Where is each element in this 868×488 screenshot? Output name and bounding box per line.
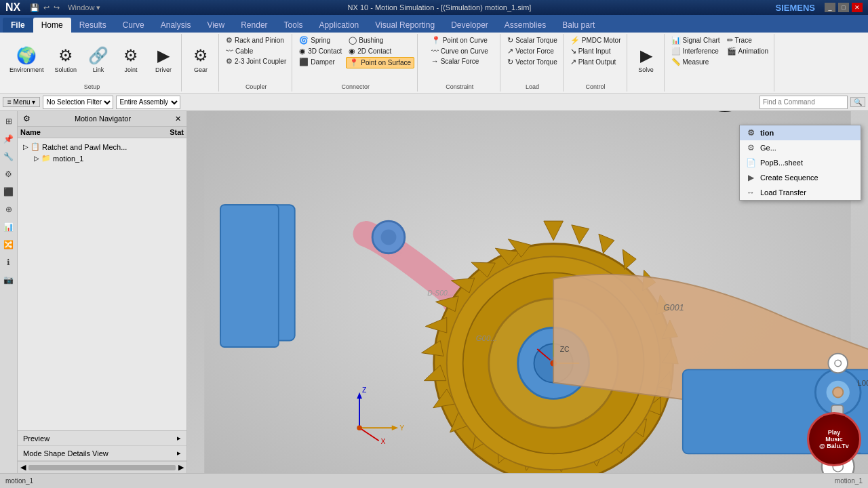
ctx-popb-label: PopB...sheet (760, 159, 803, 167)
tab-curve[interactable]: Curve (115, 18, 153, 33)
ribbon-btn-scalar-torque[interactable]: ↻ Scalar Torque (505, 35, 560, 45)
ribbon-btn-environment[interactable]: 🌍 Environment (5, 35, 48, 84)
find-command-input[interactable] (760, 96, 848, 109)
context-menu: ⚙ tion ⚙ Ge... 📄 PopB...sheet ▶ Create S… (739, 125, 861, 201)
strip-icon-3[interactable]: 🔧 (1, 149, 16, 164)
ribbon-btn-interference[interactable]: ⬜ Interference (669, 46, 723, 56)
toolbar-save-icon[interactable]: 💾 (30, 3, 39, 12)
ribbon-btn-curve-on-curve[interactable]: 〰 Curve on Curve (429, 46, 491, 56)
ctx-item-load-transfer[interactable]: ↔ Load Transfer (740, 185, 861, 200)
toolbar-redo-icon[interactable]: ↪ (54, 3, 60, 12)
strip-icon-5[interactable]: ⬛ (1, 184, 16, 199)
ctx-item-create-sequence[interactable]: ▶ Create Sequence (740, 170, 861, 185)
link-icon: 🔗 (88, 46, 108, 65)
tree-item-ratchet[interactable]: ▷ 📋 Ratchet and Pawl Mech... (20, 141, 184, 152)
ribbon-btn-pmdc[interactable]: ⚡ PMDC Motor (568, 35, 624, 45)
selection-filter-dropdown[interactable]: No Selection Filter (43, 96, 113, 109)
sidebar-tree: ▷ 📋 Ratchet and Pawl Mech... ▷ 📁 motion_… (18, 138, 186, 430)
maximize-button[interactable]: □ (838, 3, 849, 12)
ribbon-btn-gear[interactable]: ⚙ Gear (186, 35, 216, 84)
ribbon-btn-2-3-joint[interactable]: ⚙ 2-3 Joint Coupler (223, 56, 289, 66)
svg-text:Y: Y (399, 424, 404, 432)
ctx-item-popb[interactable]: 📄 PopB...sheet (740, 155, 861, 170)
tab-balu-part[interactable]: Balu part (554, 18, 603, 33)
ribbon-btn-solve[interactable]: ▶ Solve (631, 35, 661, 84)
minimize-button[interactable]: _ (825, 3, 835, 12)
tab-file[interactable]: File (3, 18, 33, 33)
sidebar-close-icon[interactable]: ✕ (175, 115, 181, 123)
sidebar-settings-icon[interactable]: ⚙ (23, 114, 31, 123)
sidebar: ⚙ Motion Navigator ✕ Name Stat ▷ 📋 Ratch… (18, 111, 187, 473)
menu-button[interactable]: ≡ Menu ▾ (3, 97, 40, 107)
tab-tools[interactable]: Tools (276, 18, 311, 33)
ribbon-btn-motion-animation[interactable]: 🎬 Animation (724, 46, 771, 56)
tree-header-name: Name (20, 128, 170, 136)
ribbon-btn-plant-output[interactable]: ↗ Plant Output (568, 57, 624, 67)
ribbon-btn-bushing[interactable]: ◯ Bushing (346, 35, 414, 45)
tree-item-motion1[interactable]: ▷ 📁 motion_1 (20, 152, 184, 164)
strip-icon-8[interactable]: 🔀 (1, 237, 16, 252)
tab-results[interactable]: Results (71, 18, 115, 33)
ribbon-btn-damper[interactable]: ⬛ Damper (296, 57, 344, 67)
ctx-item-tion[interactable]: ⚙ tion (740, 125, 861, 140)
ribbon-btn-point-on-surface[interactable]: 📍 Point on Surface (346, 57, 414, 68)
ribbon-group-gear: ⚙ Gear (183, 34, 219, 92)
spring-label: Spring (311, 37, 330, 44)
ribbon-group-coupler: ⚙ Rack and Pinion 〰 Cable ⚙ 2-3 Joint Co… (220, 34, 292, 92)
measure-icon: 📏 (671, 58, 681, 66)
strip-icon-2[interactable]: 📌 (1, 131, 16, 146)
ctx-popb-icon: 📄 (745, 158, 756, 167)
strip-icon-1[interactable]: ⊞ (1, 114, 16, 129)
constraint-col: 📍 Point on Curve 〰 Curve on Curve → Scal… (429, 35, 491, 75)
strip-icon-4[interactable]: ⚙ (1, 167, 16, 182)
ribbon-btn-cable[interactable]: 〰 Cable (223, 46, 289, 56)
tab-home[interactable]: Home (33, 18, 71, 33)
strip-icon-9[interactable]: ℹ (1, 255, 16, 270)
strip-icon-10[interactable]: 📷 (1, 272, 16, 287)
ctx-item-ge[interactable]: ⚙ Ge... (740, 140, 861, 155)
tab-view[interactable]: View (199, 18, 233, 33)
ribbon-btn-2d-contact[interactable]: ◉ 2D Contact (346, 46, 414, 56)
ribbon-btn-scalar-force[interactable]: → Scalar Force (429, 56, 491, 66)
ribbon-btn-3d-contact[interactable]: ◉ 3D Contact (296, 46, 344, 56)
close-button[interactable]: ✕ (852, 3, 863, 12)
scrollbar-thumb[interactable] (28, 465, 176, 470)
ribbon-btn-plant-input[interactable]: ↘ Plant Input (568, 46, 624, 56)
strip-icon-6[interactable]: ⊕ (1, 202, 16, 217)
ribbon-btn-spring[interactable]: 🌀 Spring (296, 35, 344, 45)
scroll-left-icon[interactable]: ◀ (20, 463, 26, 472)
svg-point-53 (828, 354, 848, 373)
toolbar-undo-icon[interactable]: ↩ (43, 3, 50, 12)
window-menu[interactable]: Window ▾ (68, 3, 100, 12)
watermark-channel: @ Balu.Tv (819, 443, 849, 449)
strip-icon-7[interactable]: 📊 (1, 220, 16, 235)
ribbon-btn-trace[interactable]: ✏ Trace (724, 35, 771, 45)
ribbon-btn-rack-pinion[interactable]: ⚙ Rack and Pinion (223, 35, 289, 45)
scroll-right-icon[interactable]: ▶ (178, 463, 184, 472)
ribbon-btn-joint[interactable]: ⚙ Joint (116, 35, 146, 84)
tab-application[interactable]: Application (311, 18, 368, 33)
ribbon-btn-signal-chart[interactable]: 📊 Signal Chart (669, 35, 723, 45)
ribbon-btn-measure[interactable]: 📏 Measure (669, 57, 723, 67)
trace-label: Trace (735, 37, 752, 44)
tab-assemblies[interactable]: Assemblies (496, 18, 554, 33)
viewport[interactable]: L005 L00... G001 G00... D-S00... ZC Z (187, 111, 868, 473)
ribbon-btn-solution[interactable]: ⚙ Solution (51, 35, 81, 84)
rack-pinion-label: Rack and Pinion (235, 37, 284, 44)
tab-visual-reporting[interactable]: Visual Reporting (367, 18, 443, 33)
tab-developer[interactable]: Developer (443, 18, 496, 33)
setup-group-label: Setup (3, 83, 181, 90)
ribbon-btn-driver[interactable]: ▶ Driver (149, 35, 178, 84)
search-button[interactable]: 🔍 (850, 97, 865, 107)
ribbon-btn-point-on-curve[interactable]: 📍 Point on Curve (429, 35, 491, 45)
tab-render[interactable]: Render (233, 18, 275, 33)
ribbon-btn-link[interactable]: 🔗 Link (83, 35, 113, 84)
tab-analysis[interactable]: Analysis (153, 18, 199, 33)
sidebar-header: ⚙ Motion Navigator ✕ (18, 111, 186, 127)
sidebar-preview[interactable]: Preview ▸ (18, 431, 186, 446)
ribbon-btn-vector-torque[interactable]: ↻ Vector Torque (505, 57, 560, 67)
ribbon-btn-vector-force[interactable]: ↗ Vector Force (505, 46, 560, 56)
sidebar-scrollbar[interactable]: ◀ ▶ (18, 461, 186, 473)
sidebar-mode-shape[interactable]: Mode Shape Details View ▸ (18, 446, 186, 461)
assembly-dropdown[interactable]: Entire Assembly (116, 96, 180, 109)
